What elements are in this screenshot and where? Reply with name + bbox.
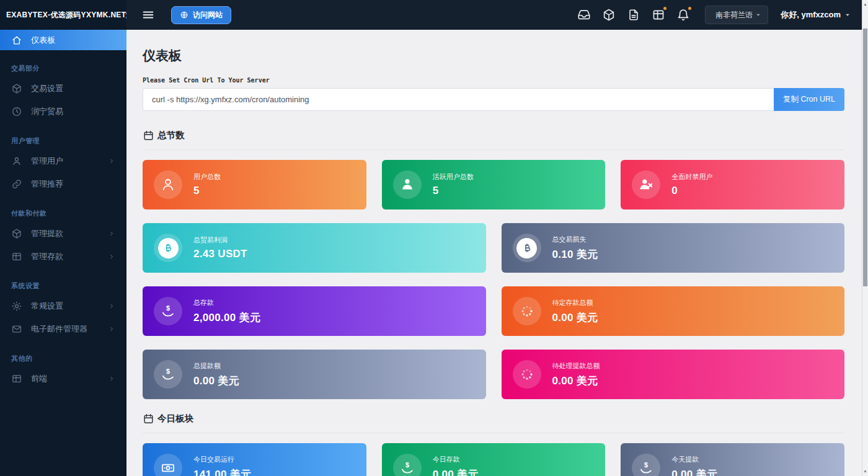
section-title: 今日板块 (157, 413, 193, 425)
stat-card-label: 总提款额 (193, 361, 239, 371)
cron-url-input[interactable] (143, 88, 774, 111)
stat-card: 总贸易利润 2.43 USDT (143, 223, 486, 273)
main-content: 仪表板 Please Set Cron Url To Your Server 复… (126, 30, 862, 476)
stat-card: 全面封禁用户 0 (621, 160, 844, 209)
menu-toggle-button[interactable] (141, 8, 155, 22)
stat-card-text: 全面封禁用户 0 (671, 172, 712, 197)
sidebar-item[interactable]: 管理存款 (0, 245, 126, 268)
sidebar-section: 付款和付款 管理提款 管理存款 (0, 195, 126, 268)
stat-card: $ 今天提款 0.00 美元 (621, 443, 844, 476)
caret-down-icon (843, 11, 852, 19)
sidebar-section-title: 交易部分 (0, 50, 126, 77)
scrollbar-thumb[interactable] (863, 29, 867, 286)
section-title: 总节数 (157, 130, 185, 141)
gear-icon (11, 301, 22, 312)
sidebar-item[interactable]: 前端 (0, 367, 126, 390)
stat-card: 总交易损失 0.10 美元 (502, 223, 845, 273)
sidebar-item[interactable]: 常规设置 (0, 294, 126, 317)
language-select[interactable]: 南非荷兰语 (705, 6, 768, 24)
stat-card: $ 总提款额 0.00 美元 (143, 350, 486, 399)
inbox-button[interactable] (577, 8, 591, 22)
stat-card-text: 活跃用户总数 5 (433, 172, 474, 197)
chevron-right-icon (108, 325, 115, 333)
section-header: 今日板块 (143, 413, 844, 425)
sidebar-item-label: 仪表板 (31, 35, 55, 46)
stat-card-value: 2.43 USDT (193, 248, 247, 260)
sidebar-item[interactable]: 润宁贸易 (0, 100, 126, 123)
calendar-icon (143, 130, 154, 141)
topbar-right: 南非荷兰语 你好, ymfxzcom (577, 6, 852, 24)
card-row: $ 总提款额 0.00 美元 待处理提款总额 (143, 350, 844, 399)
stat-section: 总节数 用户总数 5 (143, 130, 844, 399)
stat-card: $ 今日存款 0.00 美元 (382, 443, 606, 476)
scrollbar[interactable]: ▲ ▼ (862, 0, 868, 476)
cron-hint: Please Set Cron Url To Your Server (143, 77, 844, 84)
stat-card-value: 0.00 美元 (552, 311, 598, 325)
stat-card-value: 2,000.00 美元 (193, 311, 260, 325)
stat-card-text: 今日存款 0.00 美元 (433, 455, 479, 476)
hand-dollar-icon: $ (154, 360, 182, 389)
app-window: EXABYTEX-优选源码YXYMK.NET测试 仪表板 交易部分 交易设置 润… (0, 0, 868, 476)
stat-card-text: 今日交易运行 141.00 美元 (193, 455, 251, 476)
card-row: 今日交易运行 141.00 美元 $ 今日存款 0.00 美元 (143, 443, 844, 476)
cron-url-group: 复制 Cron URL (143, 88, 844, 111)
sidebar-section: 系统设置 常规设置 电子邮件管理器 (0, 268, 126, 340)
scroll-up-arrow[interactable]: ▲ (862, 0, 868, 9)
sidebar-item[interactable]: 交易设置 (0, 77, 126, 100)
stat-card-label: 全面封禁用户 (671, 172, 712, 182)
sidebar-item-label: 管理存款 (31, 251, 63, 262)
chevron-right-icon (108, 157, 115, 165)
user-menu[interactable]: 你好, ymfxzcom (781, 9, 852, 20)
sidebar-item[interactable]: 电子邮件管理器 (0, 317, 126, 340)
stat-card: 用户总数 5 (143, 160, 366, 209)
copy-cron-button[interactable]: 复制 Cron URL (774, 88, 844, 111)
stat-card-text: 总提款额 0.00 美元 (193, 361, 239, 388)
stat-card-value: 0.00 美元 (552, 374, 600, 388)
sidebar-item[interactable]: 管理推荐 (0, 172, 126, 195)
stat-card-label: 今日存款 (433, 455, 479, 464)
file-button[interactable] (627, 8, 640, 22)
calendar-icon (143, 413, 154, 425)
stat-card-value: 5 (193, 185, 221, 197)
user-x-icon (632, 170, 660, 199)
sidebar-item[interactable]: 管理用户 (0, 149, 126, 172)
sidebar-item-label: 前端 (31, 373, 47, 384)
user-outline-icon (154, 170, 182, 199)
stat-card: 活跃用户总数 5 (382, 160, 606, 209)
stat-card-value: 0.00 美元 (193, 374, 239, 388)
stat-card-label: 总交易损失 (552, 235, 598, 244)
stat-card-label: 用户总数 (193, 172, 221, 182)
notification-dot (688, 7, 691, 10)
scroll-down-arrow[interactable]: ▼ (862, 467, 868, 476)
language-selected-value: 南非荷兰语 (715, 10, 753, 20)
caret-down-icon (754, 11, 763, 19)
divider (143, 433, 844, 433)
sidebar-section: 用户管理 管理用户 管理推荐 (0, 123, 126, 195)
svg-text:$: $ (644, 461, 648, 469)
sidebar-section-title: 其他的 (0, 340, 126, 367)
stat-sections: 总节数 用户总数 5 (143, 130, 844, 476)
visit-site-button[interactable]: 访问网站 (171, 6, 231, 24)
stat-card-value: 0.00 美元 (671, 467, 717, 476)
sidebar-section-title: 付款和付款 (0, 195, 126, 222)
hand-dollar-icon: $ (393, 454, 422, 476)
sidebar-section: 其他的 前端 (0, 340, 126, 390)
bell-button[interactable] (676, 8, 690, 22)
card-row: $ 总存款 2,000.00 美元 待定存款总额 (143, 286, 844, 336)
user-filled-icon (393, 170, 422, 199)
spinner-icon (513, 297, 541, 325)
card-row: 用户总数 5 活跃用户总数 5 (143, 160, 844, 209)
stat-section: 今日板块 今日交易运行 141.00 美元 (143, 413, 844, 476)
sidebar-item-label: 润宁贸易 (31, 106, 63, 117)
sidebar-item-dashboard[interactable]: 仪表板 (0, 30, 126, 50)
sidebar-item[interactable]: 管理提款 (0, 222, 126, 245)
stat-card-value: 0 (671, 185, 712, 197)
cube-icon (11, 228, 22, 239)
sidebar-item-label: 管理用户 (31, 156, 63, 167)
svg-text:$: $ (166, 304, 170, 312)
grid-button[interactable] (652, 8, 665, 22)
package-button[interactable] (602, 8, 616, 22)
mail-icon (11, 324, 22, 335)
stat-card-label: 总存款 (193, 298, 260, 307)
stat-card-label: 待处理提款总额 (552, 361, 600, 371)
